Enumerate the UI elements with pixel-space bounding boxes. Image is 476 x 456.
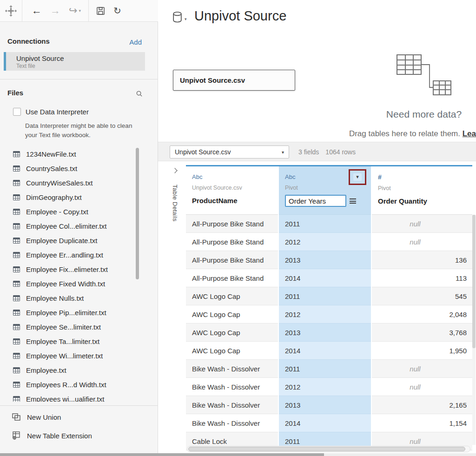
table-details-label[interactable]: Table Details bbox=[172, 185, 178, 222]
field-format-icon[interactable] bbox=[350, 198, 356, 204]
cell-product-name: All-Purpose Bike Stand bbox=[186, 215, 278, 233]
table-row[interactable]: AWC Logo Cap20133,768 bbox=[186, 324, 472, 342]
file-item[interactable]: 1234NewFile.txt bbox=[0, 147, 158, 161]
sidebar-scrollbar[interactable] bbox=[136, 148, 139, 401]
forward-icon[interactable]: → bbox=[50, 6, 60, 16]
table-row[interactable]: AWC Logo Cap20122,048 bbox=[186, 305, 472, 324]
file-name: Employee.txt bbox=[26, 366, 66, 374]
new-table-extension-button[interactable]: New Table Extension bbox=[0, 427, 158, 444]
table-icon bbox=[13, 180, 20, 186]
column-header-order-quantity[interactable]: # Pivot Order Quantity bbox=[372, 166, 472, 215]
redo-icon[interactable]: ↪ bbox=[69, 6, 77, 16]
page-scrollbar-thumb[interactable] bbox=[0, 453, 324, 456]
table-row[interactable]: Bike Wash - Dissolver20141,154 bbox=[186, 414, 472, 432]
table-icon bbox=[13, 223, 20, 229]
save-icon[interactable] bbox=[96, 7, 105, 15]
datasource-caret-icon[interactable]: ▾ bbox=[185, 17, 187, 21]
file-item[interactable]: DimGeography.txt bbox=[0, 190, 158, 205]
files-header: Files bbox=[7, 89, 23, 97]
file-item[interactable]: Employee Duplicate.txt bbox=[0, 233, 158, 248]
new-union-label: New Union bbox=[27, 413, 61, 421]
datasource-icon[interactable] bbox=[172, 11, 183, 24]
table-row[interactable]: All-Purpose Bike Stand2013136 bbox=[186, 251, 472, 269]
back-icon[interactable]: ← bbox=[32, 6, 42, 16]
grid-horizontal-scrollbar[interactable] bbox=[187, 446, 470, 452]
table-row[interactable]: All-Purpose Bike Stand2012null bbox=[186, 233, 472, 251]
refresh-icon[interactable]: ↻ bbox=[113, 6, 121, 15]
file-item[interactable]: Employee Pip...elimiter.txt bbox=[0, 305, 158, 320]
file-item[interactable]: Employee.txt bbox=[0, 363, 158, 377]
cell-order-quantity: 1,154 bbox=[372, 414, 472, 432]
file-item[interactable]: Employee Ta...limiter.txt bbox=[0, 334, 158, 349]
cell-order-year: 2011 bbox=[279, 215, 371, 233]
cell-order-year: 2012 bbox=[279, 305, 371, 324]
column-header-productname[interactable]: Abc Unpivot Source.csv ProductName bbox=[186, 166, 278, 215]
redo-caret-icon[interactable]: ▾ bbox=[79, 8, 81, 13]
file-item[interactable]: Employee Col...elimiter.txt bbox=[0, 219, 158, 233]
table-row[interactable]: Bike Wash - Dissolver20132,165 bbox=[186, 396, 472, 414]
grid-vertical-scrollbar-thumb[interactable] bbox=[472, 215, 476, 348]
table-icon bbox=[13, 281, 20, 287]
table-row[interactable]: AWC Logo Cap2011545 bbox=[186, 287, 472, 305]
cell-order-year: 2011 bbox=[279, 360, 371, 378]
file-item[interactable]: Employee Fixed Width.txt bbox=[0, 277, 158, 291]
table-row[interactable]: All-Purpose Bike Stand2011null bbox=[186, 215, 472, 233]
table-icon bbox=[13, 252, 20, 258]
table-icon bbox=[13, 238, 20, 244]
chevron-right-icon[interactable] bbox=[172, 168, 177, 173]
learn-more-link[interactable]: Lea bbox=[463, 129, 476, 138]
file-item[interactable]: CountryWiseSales.txt bbox=[0, 176, 158, 190]
main-pane: ▾ Unpivot Source Unpivot Source.csv Need… bbox=[158, 0, 476, 456]
file-item[interactable]: Employee Nulls.txt bbox=[0, 291, 158, 305]
connection-item[interactable]: Unpivot Source Text file bbox=[4, 52, 145, 71]
row-count: 1064 rows bbox=[325, 148, 356, 156]
table-icon bbox=[13, 324, 20, 330]
table-row[interactable]: Bike Wash - Dissolver2012null bbox=[186, 378, 472, 396]
cell-order-quantity: 136 bbox=[372, 251, 472, 269]
table-card[interactable]: Unpivot Source.csv bbox=[173, 70, 295, 91]
table-selector-dropdown[interactable]: Unpivot Source.csv ▾ bbox=[170, 145, 289, 159]
file-item[interactable]: Employees R...d Width.txt bbox=[0, 377, 158, 392]
table-row[interactable]: All-Purpose Bike Stand2014113 bbox=[186, 269, 472, 287]
table-row[interactable]: Bike Wash - Dissolver2011null bbox=[186, 360, 472, 378]
file-item[interactable]: Employee Wi...limeter.txt bbox=[0, 349, 158, 363]
connections-header: Connections bbox=[7, 37, 50, 45]
table-extension-icon bbox=[12, 431, 20, 440]
grid-vertical-scrollbar[interactable] bbox=[472, 215, 476, 445]
toolbar-divider bbox=[22, 0, 22, 21]
page-title: Unpivot Source bbox=[194, 8, 286, 24]
type-icon: Abc bbox=[192, 173, 278, 180]
column-header-order-years[interactable]: ▾ Abc Pivot bbox=[279, 166, 371, 215]
file-name: 1234NewFile.txt bbox=[26, 150, 76, 158]
file-item[interactable]: CountrySales.txt bbox=[0, 161, 158, 176]
tableau-logo-icon[interactable] bbox=[5, 5, 17, 17]
file-item[interactable]: Employee - Copy.txt bbox=[0, 205, 158, 219]
grid-horizontal-scrollbar-thumb[interactable] bbox=[188, 447, 465, 451]
toolbar: ← → ↪ ▾ ↻ bbox=[0, 0, 158, 22]
file-name: Employee Fixed Width.txt bbox=[26, 280, 105, 288]
sidebar-divider bbox=[0, 405, 158, 406]
field-rename-row bbox=[285, 195, 371, 207]
table-icon bbox=[13, 367, 20, 373]
file-item[interactable]: Employees wi...ualifier.txt bbox=[0, 392, 158, 402]
search-icon[interactable] bbox=[136, 90, 143, 97]
table-icon bbox=[13, 194, 20, 200]
table-row[interactable]: AWC Logo Cap20141,950 bbox=[186, 342, 472, 360]
column-menu-caret-icon[interactable]: ▾ bbox=[353, 173, 362, 181]
data-interpreter-checkbox[interactable] bbox=[13, 108, 21, 116]
grid-body: All-Purpose Bike Stand2011nullAll-Purpos… bbox=[186, 215, 472, 450]
cell-order-quantity: 2,165 bbox=[372, 396, 472, 414]
add-connection-link[interactable]: Add bbox=[129, 38, 142, 46]
table-icon bbox=[13, 295, 20, 301]
new-union-button[interactable]: New Union bbox=[0, 408, 158, 426]
page-scrollbar-track[interactable] bbox=[0, 453, 476, 456]
file-item[interactable]: Employee Er...andling.txt bbox=[0, 248, 158, 262]
file-name: Employee Se...limiter.txt bbox=[26, 323, 101, 331]
file-item[interactable]: Employee Se...limiter.txt bbox=[0, 320, 158, 334]
sidebar-scrollbar-thumb[interactable] bbox=[136, 148, 139, 279]
cell-product-name: AWC Logo Cap bbox=[186, 287, 278, 305]
file-item[interactable]: Employee Fix...elimeter.txt bbox=[0, 262, 158, 277]
grid-header: Abc Unpivot Source.csv ProductName ▾ Abc… bbox=[186, 166, 472, 215]
field-name-input[interactable] bbox=[285, 195, 346, 207]
table-icon bbox=[13, 396, 20, 402]
